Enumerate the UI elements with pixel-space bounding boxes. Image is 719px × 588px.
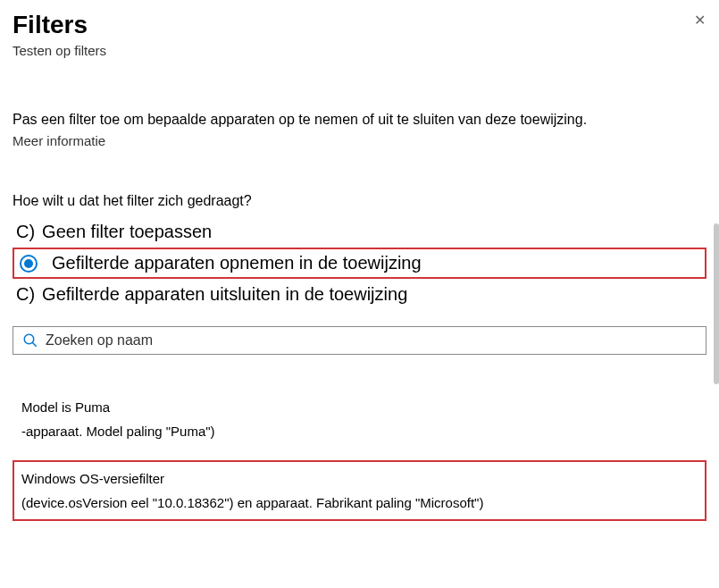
filter-item-name: Windows OS-versiefilter [21, 471, 698, 486]
intro-text: Pas een filter toe om bepaalde apparaten… [13, 112, 706, 128]
radio-letter: C) [16, 284, 35, 305]
filter-mode-radio-group: C) Geen filter toepassen Gefilterde appa… [13, 216, 706, 310]
radio-option-exclude[interactable]: C) Gefilterde apparaten uitsluiten in de… [13, 279, 706, 310]
close-button[interactable]: ✕ [690, 11, 708, 29]
search-icon [22, 332, 38, 349]
svg-point-0 [24, 334, 34, 344]
search-box[interactable] [13, 326, 706, 355]
radio-circle-icon [20, 255, 38, 273]
filter-list: Model is Puma -apparaat. Model paling "P… [13, 399, 706, 521]
scrollbar-thumb[interactable] [714, 223, 719, 384]
filter-item-name: Model is Puma [21, 399, 706, 415]
radio-letter: C) [16, 222, 35, 242]
svg-line-1 [32, 342, 37, 347]
radio-option-none[interactable]: C) Geen filter toepassen [13, 216, 706, 248]
radio-label-include: Gefilterde apparaten opnemen in de toewi… [52, 253, 422, 273]
radio-option-include[interactable]: Gefilterde apparaten opnemen in de toewi… [13, 248, 706, 279]
scrollbar[interactable] [712, 223, 719, 581]
close-icon: ✕ [694, 12, 706, 29]
panel-title: Filters [13, 11, 706, 39]
radio-label-none: Geen filter toepassen [42, 222, 212, 242]
panel-subtitle: Testen op filters [13, 43, 706, 58]
search-input[interactable] [46, 332, 697, 349]
filter-item-expression: -apparaat. Model paling "Puma") [21, 424, 706, 439]
more-info-link[interactable]: Meer informatie [13, 133, 706, 148]
filter-item-expression: (device.osVersion eel "10.0.18362") en a… [21, 495, 698, 510]
filter-item[interactable]: Model is Puma -apparaat. Model paling "P… [21, 399, 706, 439]
filter-item[interactable]: Windows OS-versiefilter (device.osVersio… [13, 460, 706, 521]
radio-label-exclude: Gefilterde apparaten uitsluiten in de to… [42, 284, 407, 305]
filter-mode-question: Hoe wilt u dat het filter zich gedraagt? [13, 193, 706, 209]
